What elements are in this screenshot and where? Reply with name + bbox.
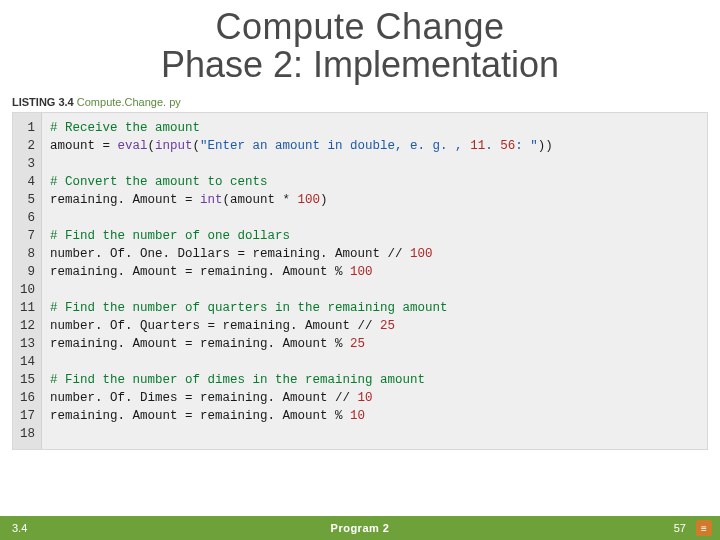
code-gutter: 123456789101112131415161718: [13, 113, 42, 449]
line-number: 17: [17, 407, 35, 425]
line-number: 7: [17, 227, 35, 245]
line-number: 18: [17, 425, 35, 443]
menu-icon[interactable]: ≡: [696, 520, 712, 536]
line-number: 6: [17, 209, 35, 227]
code-line: # Find the number of one dollars: [50, 227, 699, 245]
code-line: remaining. Amount = remaining. Amount % …: [50, 335, 699, 353]
code-line: amount = eval(input("Enter an amount in …: [50, 137, 699, 155]
code-line: remaining. Amount = remaining. Amount % …: [50, 263, 699, 281]
code-line: [50, 353, 699, 371]
code-block: 123456789101112131415161718 # Receive th…: [12, 112, 708, 450]
footer-bar: 3.4 Program 2 57 ≡: [0, 516, 720, 540]
code-line: number. Of. One. Dollars = remaining. Am…: [50, 245, 699, 263]
code-line: [50, 281, 699, 299]
line-number: 10: [17, 281, 35, 299]
code-line: # Find the number of dimes in the remain…: [50, 371, 699, 389]
line-number: 11: [17, 299, 35, 317]
code-line: # Convert the amount to cents: [50, 173, 699, 191]
footer-page: 57: [674, 522, 686, 534]
footer-section: 3.4: [0, 522, 39, 534]
line-number: 4: [17, 173, 35, 191]
title-line2: Phase 2: Implementation: [0, 44, 720, 86]
code-line: number. Of. Quarters = remaining. Amount…: [50, 317, 699, 335]
line-number: 1: [17, 119, 35, 137]
line-number: 12: [17, 317, 35, 335]
code-line: [50, 155, 699, 173]
line-number: 9: [17, 263, 35, 281]
title-line1: Compute Change: [0, 6, 720, 48]
code-line: # Receive the amount: [50, 119, 699, 137]
footer-center: Program 2: [331, 522, 390, 534]
line-number: 2: [17, 137, 35, 155]
line-number: 3: [17, 155, 35, 173]
code-line: remaining. Amount = remaining. Amount % …: [50, 407, 699, 425]
listing-filename: Compute.Change. py: [77, 96, 181, 108]
line-number: 8: [17, 245, 35, 263]
line-number: 14: [17, 353, 35, 371]
line-number: 5: [17, 191, 35, 209]
code-line: remaining. Amount = int(amount * 100): [50, 191, 699, 209]
line-number: 15: [17, 371, 35, 389]
line-number: 13: [17, 335, 35, 353]
code-line: [50, 209, 699, 227]
slide-title: Compute Change Phase 2: Implementation: [0, 6, 720, 86]
listing-caption: LISTING 3.4 Compute.Change. py: [12, 96, 708, 108]
code-line: # Find the number of quarters in the rem…: [50, 299, 699, 317]
code-line: [50, 425, 699, 443]
code-body: # Receive the amountamount = eval(input(…: [42, 113, 707, 449]
code-line: number. Of. Dimes = remaining. Amount //…: [50, 389, 699, 407]
line-number: 16: [17, 389, 35, 407]
slide: Compute Change Phase 2: Implementation L…: [0, 0, 720, 540]
listing-label: LISTING 3.4: [12, 96, 74, 108]
